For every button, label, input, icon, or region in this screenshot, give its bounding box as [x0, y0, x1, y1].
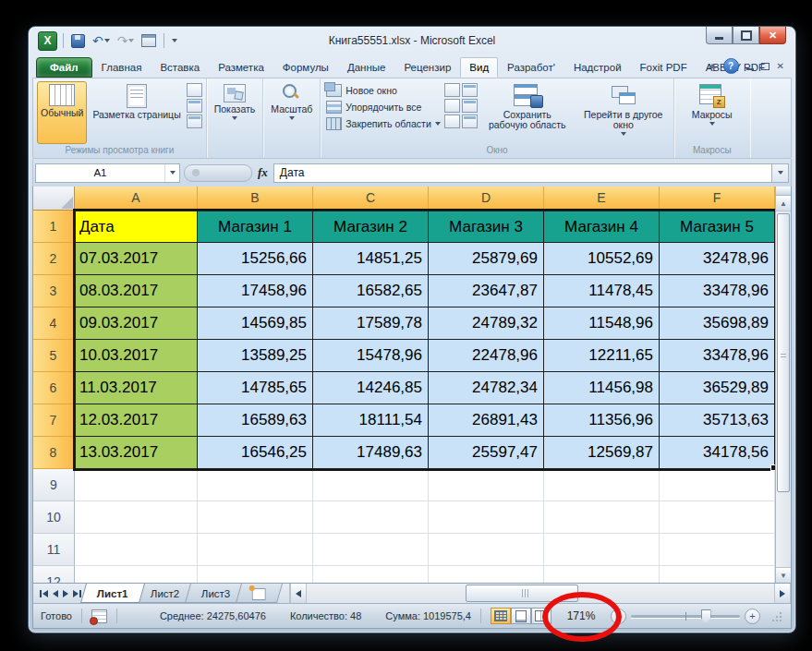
- ribbon-tab-разработ-[interactable]: Разработ': [498, 57, 564, 78]
- cell-C6[interactable]: 14246,85: [313, 372, 429, 404]
- next-sheet-button[interactable]: [62, 589, 69, 598]
- column-header-A[interactable]: A: [75, 187, 198, 211]
- cell-D6[interactable]: 24782,34: [429, 372, 544, 404]
- cell-C8[interactable]: 17489,63: [313, 437, 429, 469]
- cell-E9[interactable]: [544, 469, 660, 501]
- cell-D7[interactable]: 26891,43: [429, 404, 544, 437]
- cell-D1[interactable]: Магазин 3: [429, 211, 544, 243]
- workbook-minimize-button[interactable]: [746, 62, 754, 70]
- normal-view-shortcut[interactable]: [491, 608, 511, 624]
- cell-E10[interactable]: [544, 501, 660, 534]
- cell-D3[interactable]: 23647,87: [429, 275, 544, 307]
- reset-window-position-icon[interactable]: [462, 115, 478, 128]
- minimize-button[interactable]: [706, 27, 733, 44]
- collapse-ribbon-icon[interactable]: [709, 64, 716, 68]
- cell-F9[interactable]: [660, 469, 775, 501]
- row-header-2[interactable]: 2: [33, 243, 75, 275]
- switch-windows-button[interactable]: Перейти в другое окно: [577, 81, 670, 144]
- cell-D12[interactable]: [429, 566, 544, 583]
- custom-views-icon[interactable]: [187, 99, 202, 113]
- cell-C4[interactable]: 17589,78: [313, 307, 429, 340]
- row-header-1[interactable]: 1: [33, 211, 75, 243]
- cell-E11[interactable]: [544, 534, 660, 566]
- cell-B12[interactable]: [198, 566, 313, 583]
- cell-A5[interactable]: 10.03.2017: [75, 340, 198, 372]
- column-header-F[interactable]: F: [660, 187, 775, 211]
- cell-B8[interactable]: 16546,25: [198, 437, 313, 469]
- ribbon-tab-file[interactable]: Файл: [36, 57, 92, 78]
- synchronous-scrolling-icon[interactable]: [462, 99, 478, 113]
- normal-view-button[interactable]: Обычный: [37, 81, 87, 144]
- cell-D5[interactable]: 22478,96: [429, 340, 544, 372]
- scroll-up-button[interactable]: ▲: [776, 196, 791, 211]
- page-break-preview-icon[interactable]: [187, 83, 202, 97]
- zoom-level[interactable]: 171%: [561, 609, 601, 622]
- ribbon-tab-вставка[interactable]: Вставка: [151, 57, 209, 78]
- restore-button[interactable]: [733, 27, 759, 44]
- zoom-in-button[interactable]: +: [745, 609, 760, 624]
- cell-C10[interactable]: [313, 501, 429, 534]
- select-all-corner[interactable]: [33, 187, 75, 211]
- cell-F8[interactable]: 34178,56: [660, 437, 775, 469]
- workbook-restore-button[interactable]: [761, 63, 770, 70]
- cell-F12[interactable]: [660, 566, 775, 583]
- cell-B3[interactable]: 17458,96: [198, 275, 313, 307]
- column-header-B[interactable]: B: [198, 187, 313, 211]
- zoom-slider-thumb[interactable]: [701, 609, 711, 624]
- ribbon-tab-вид[interactable]: Вид: [460, 57, 498, 78]
- cell-F10[interactable]: [660, 501, 775, 534]
- insert-function-button[interactable]: fx: [256, 165, 273, 180]
- cell-B4[interactable]: 14569,85: [198, 307, 313, 340]
- freeze-panes-button[interactable]: Закрепить области: [324, 116, 442, 131]
- cell-C9[interactable]: [313, 469, 429, 501]
- cell-E1[interactable]: Магазин 4: [544, 211, 660, 243]
- macro-record-icon[interactable]: [91, 609, 107, 623]
- row-header-10[interactable]: 10: [33, 501, 75, 534]
- save-workspace-button[interactable]: Сохранить рабочую область: [479, 81, 576, 144]
- cell-C7[interactable]: 18111,54: [313, 404, 429, 437]
- zoom-out-button[interactable]: −: [611, 609, 626, 624]
- help-icon[interactable]: ?: [723, 58, 739, 74]
- cell-D2[interactable]: 25879,69: [429, 243, 544, 275]
- cell-B6[interactable]: 14785,65: [198, 372, 313, 404]
- vertical-scrollbar[interactable]: ▲ ▼: [775, 187, 791, 583]
- cell-D8[interactable]: 25597,47: [429, 437, 544, 469]
- show-button[interactable]: Показать: [211, 81, 260, 144]
- workbook-close-button[interactable]: ✕: [777, 62, 784, 71]
- cell-B5[interactable]: 13589,25: [198, 340, 313, 372]
- cell-C2[interactable]: 14851,25: [313, 243, 429, 275]
- cell-C11[interactable]: [313, 534, 429, 566]
- insert-worksheet-button[interactable]: [236, 584, 283, 603]
- split-handle[interactable]: [776, 187, 791, 196]
- formula-input[interactable]: Дата: [273, 163, 772, 183]
- scroll-left-button[interactable]: [290, 584, 307, 603]
- vertical-scroll-track[interactable]: [776, 211, 791, 567]
- split-icon[interactable]: [444, 83, 460, 97]
- row-header-3[interactable]: 3: [33, 275, 75, 307]
- row-header-11[interactable]: 11: [33, 534, 75, 566]
- column-header-C[interactable]: C: [313, 187, 429, 211]
- row-header-4[interactable]: 4: [33, 307, 75, 340]
- hide-window-icon[interactable]: [444, 99, 460, 113]
- cell-A10[interactable]: [75, 501, 198, 534]
- first-sheet-button[interactable]: [39, 589, 49, 598]
- macros-button[interactable]: Z Макросы: [678, 81, 746, 144]
- cell-E3[interactable]: 11478,45: [544, 275, 660, 307]
- expand-formula-bar-button[interactable]: [772, 163, 789, 183]
- arrange-all-button[interactable]: Упорядочить все: [324, 100, 442, 115]
- cell-A11[interactable]: [75, 534, 198, 566]
- cell-A7[interactable]: 12.03.2017: [75, 404, 198, 437]
- scroll-down-button[interactable]: ▼: [776, 567, 791, 583]
- cell-E2[interactable]: 10552,69: [544, 243, 660, 275]
- page-break-shortcut[interactable]: [531, 608, 551, 624]
- cell-A9[interactable]: [75, 469, 198, 501]
- cell-A3[interactable]: 08.03.2017: [75, 275, 198, 307]
- cell-F1[interactable]: Магазин 5: [660, 211, 775, 243]
- new-window-button[interactable]: Новое окно: [324, 83, 442, 98]
- scroll-right-button[interactable]: [774, 584, 791, 603]
- full-screen-icon[interactable]: [187, 115, 202, 128]
- cell-E5[interactable]: 12211,65: [544, 340, 660, 372]
- cell-A4[interactable]: 09.03.2017: [75, 307, 198, 340]
- cell-A1[interactable]: Дата: [75, 211, 198, 243]
- cell-E12[interactable]: [544, 566, 660, 583]
